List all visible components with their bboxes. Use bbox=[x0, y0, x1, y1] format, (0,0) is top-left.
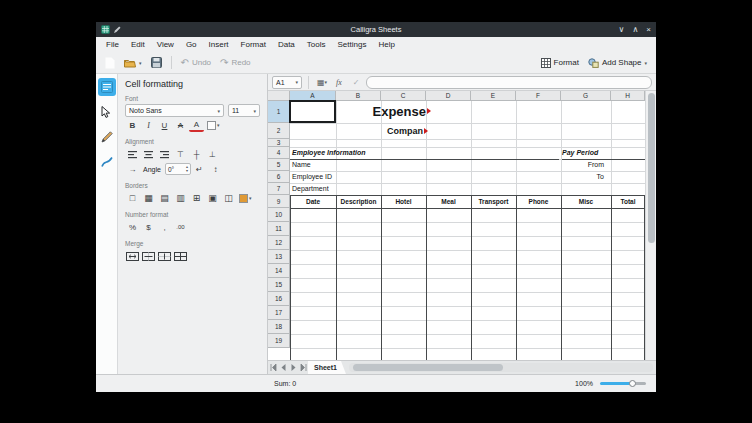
border-none-button[interactable]: □ bbox=[125, 191, 140, 205]
row-header-3[interactable]: 3 bbox=[268, 139, 290, 147]
maximize-button[interactable]: ∧ bbox=[632, 22, 638, 37]
currency-format-button[interactable]: $ bbox=[141, 220, 156, 234]
menu-tools[interactable]: Tools bbox=[302, 39, 331, 50]
bold-button[interactable]: B bbox=[125, 118, 140, 132]
selection-tool-button[interactable] bbox=[98, 103, 116, 121]
zoom-slider[interactable] bbox=[600, 379, 646, 388]
align-middle-button[interactable]: ┼ bbox=[189, 147, 204, 161]
table-header-description[interactable]: Description bbox=[336, 196, 381, 208]
precision-button[interactable]: .00 bbox=[173, 220, 188, 234]
save-button[interactable] bbox=[148, 54, 165, 71]
apply-formula-button[interactable]: ✓ bbox=[349, 76, 363, 89]
menu-data[interactable]: Data bbox=[273, 39, 300, 50]
row-header-2[interactable]: 2 bbox=[268, 123, 290, 139]
vertical-text-button[interactable]: ↕ bbox=[208, 162, 223, 176]
previous-sheet-button[interactable] bbox=[278, 361, 288, 374]
table-header-transport[interactable]: Transport bbox=[471, 196, 516, 208]
align-top-button[interactable]: ⊤ bbox=[173, 147, 188, 161]
thousands-separator-button[interactable]: , bbox=[157, 220, 172, 234]
underline-button[interactable]: U bbox=[157, 118, 172, 132]
table-header-phone[interactable]: Phone bbox=[516, 196, 561, 208]
menu-format[interactable]: Format bbox=[236, 39, 271, 50]
grid-viewport[interactable]: ABCDEFGH1234567910111213141516171819Expe… bbox=[268, 91, 656, 360]
row-header-1[interactable]: 1 bbox=[268, 101, 290, 123]
row-header-18[interactable]: 18 bbox=[268, 320, 290, 334]
row-header-5[interactable]: 5 bbox=[268, 159, 290, 171]
merge-horizontal-button[interactable] bbox=[141, 249, 156, 263]
column-header-B[interactable]: B bbox=[336, 91, 381, 101]
calligraphy-tool-button[interactable] bbox=[98, 153, 116, 171]
column-header-F[interactable]: F bbox=[516, 91, 561, 101]
border-outline-button[interactable]: ▣ bbox=[205, 191, 220, 205]
formula-input[interactable] bbox=[366, 76, 652, 89]
cell-pay-period[interactable]: Pay Period bbox=[562, 147, 642, 159]
row-header-10[interactable]: 10 bbox=[268, 208, 290, 222]
spin-arrows-icon[interactable]: ▴▾ bbox=[186, 165, 188, 173]
wrap-text-button[interactable]: ↵ bbox=[192, 162, 207, 176]
cell-from[interactable]: From bbox=[561, 159, 611, 171]
sheet-tab-sheet1[interactable]: Sheet1 bbox=[308, 361, 346, 374]
strikethrough-button[interactable]: A bbox=[173, 118, 188, 132]
font-family-select[interactable]: Noto Sans ▾ bbox=[125, 104, 224, 117]
align-right-button[interactable] bbox=[157, 147, 172, 161]
column-header-E[interactable]: E bbox=[471, 91, 516, 101]
table-header-meal[interactable]: Meal bbox=[426, 196, 471, 208]
cell-reference-box[interactable]: A1 ▾ bbox=[272, 76, 302, 89]
insert-function-button[interactable]: fx bbox=[332, 76, 346, 89]
border-vertical-button[interactable]: ▥ bbox=[173, 191, 188, 205]
column-header-D[interactable]: D bbox=[426, 91, 471, 101]
cell-employee-id[interactable]: Employee ID bbox=[292, 171, 372, 183]
border-color-button[interactable]: ▾ bbox=[237, 191, 254, 205]
zoom-slider-handle[interactable] bbox=[629, 380, 636, 387]
text-color-button[interactable]: A bbox=[189, 119, 204, 132]
border-all-button[interactable]: ▦ bbox=[141, 191, 156, 205]
column-header-H[interactable]: H bbox=[611, 91, 645, 101]
cell-employee-information[interactable]: Employee Information bbox=[292, 147, 422, 159]
selected-cell-A1[interactable] bbox=[289, 100, 336, 123]
undo-button[interactable]: ↶ Undo bbox=[178, 54, 215, 71]
menu-settings[interactable]: Settings bbox=[333, 39, 372, 50]
horizontal-scrollbar[interactable] bbox=[349, 363, 653, 372]
named-range-button[interactable]: ▦▾ bbox=[315, 76, 329, 89]
row-header-7[interactable]: 7 bbox=[268, 183, 290, 195]
border-middle-button[interactable]: ◫ bbox=[221, 191, 236, 205]
row-header-13[interactable]: 13 bbox=[268, 250, 290, 264]
column-header-G[interactable]: G bbox=[561, 91, 611, 101]
table-header-date[interactable]: Date bbox=[290, 196, 336, 208]
row-header-17[interactable]: 17 bbox=[268, 306, 290, 320]
minimize-button[interactable]: ∨ bbox=[619, 22, 625, 37]
align-left-button[interactable] bbox=[125, 147, 140, 161]
row-header-4[interactable]: 4 bbox=[268, 147, 290, 159]
menu-insert[interactable]: Insert bbox=[204, 39, 234, 50]
row-header-16[interactable]: 16 bbox=[268, 292, 290, 306]
pencil-tool-button[interactable] bbox=[98, 128, 116, 146]
align-bottom-button[interactable]: ⊥ bbox=[205, 147, 220, 161]
border-inner-button[interactable]: ⊞ bbox=[189, 191, 204, 205]
menu-view[interactable]: View bbox=[152, 39, 179, 50]
cell-department[interactable]: Department bbox=[292, 183, 372, 195]
row-header-15[interactable]: 15 bbox=[268, 278, 290, 292]
open-document-button[interactable]: ▾ bbox=[121, 54, 145, 71]
merge-cells-button[interactable] bbox=[125, 249, 140, 263]
grid-canvas[interactable]: ABCDEFGH1234567910111213141516171819Expe… bbox=[268, 91, 645, 360]
format-button[interactable]: Format bbox=[538, 54, 582, 71]
table-header-misc[interactable]: Misc bbox=[561, 196, 611, 208]
menu-file[interactable]: File bbox=[101, 39, 124, 50]
cell-formatting-tool-button[interactable] bbox=[98, 78, 116, 96]
row-header-12[interactable]: 12 bbox=[268, 236, 290, 250]
angle-spinbox[interactable]: 0° ▴▾ bbox=[165, 163, 191, 175]
row-header-19[interactable]: 19 bbox=[268, 334, 290, 348]
percent-format-button[interactable]: % bbox=[125, 220, 140, 234]
menu-go[interactable]: Go bbox=[181, 39, 202, 50]
vertical-scrollbar[interactable] bbox=[645, 91, 656, 360]
row-header-14[interactable]: 14 bbox=[268, 264, 290, 278]
grid-corner[interactable] bbox=[268, 91, 290, 101]
horizontal-scrollbar-thumb[interactable] bbox=[353, 364, 503, 371]
border-horizontal-button[interactable]: ▤ bbox=[157, 191, 172, 205]
background-color-button[interactable]: ▾ bbox=[205, 118, 222, 132]
next-sheet-button[interactable] bbox=[288, 361, 298, 374]
titlebar[interactable]: Calligra Sheets ∨ ∧ × bbox=[96, 22, 656, 37]
cell-name[interactable]: Name bbox=[292, 159, 372, 171]
menu-help[interactable]: Help bbox=[373, 39, 399, 50]
redo-button[interactable]: ↷ Redo bbox=[217, 54, 254, 71]
